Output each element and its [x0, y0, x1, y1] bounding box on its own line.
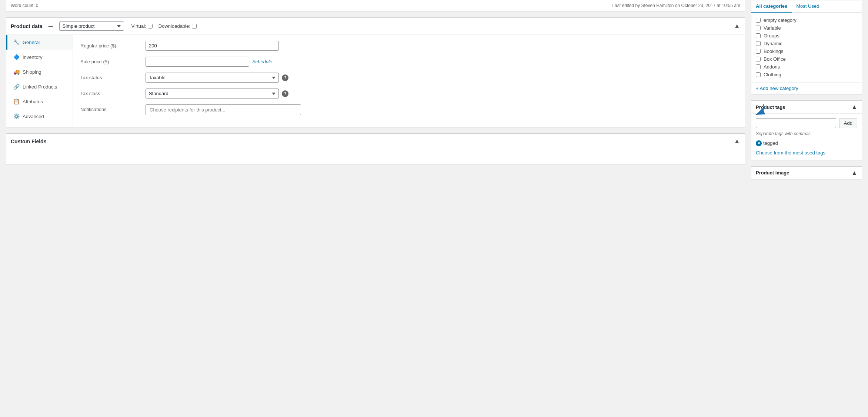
tab-general-label: General [23, 40, 40, 45]
product-data-box: Product data — Simple product Grouped pr… [6, 17, 745, 127]
virtual-downloadable-group: Virtual: Downloadable: [131, 23, 197, 29]
list-item: Clothing [756, 71, 857, 79]
tax-class-select[interactable]: Standard Reduced rate Zero rate [146, 89, 279, 99]
list-item: empty category [756, 16, 857, 24]
product-data-body: 🔧 General 🔷 Inventory 🚚 Shipping 🔗 Linke… [6, 35, 745, 127]
tags-text-input[interactable] [756, 118, 836, 128]
gear-icon: ⚙️ [13, 113, 20, 119]
last-edited-text: Last edited by Steven Hamilton on Octobe… [612, 3, 740, 8]
tab-attributes[interactable]: 📋 Attributes [6, 94, 73, 109]
product-type-select[interactable]: Simple product Grouped product External/… [59, 21, 124, 31]
cat-tab-all[interactable]: All categories [751, 0, 792, 13]
tab-advanced-label: Advanced [23, 114, 44, 119]
downloadable-text: Downloadable: [158, 23, 190, 29]
cat-checkbox-dynamic[interactable] [756, 41, 761, 46]
word-count-label: Word count: 0 [11, 3, 38, 8]
notifications-input[interactable] [146, 104, 301, 115]
sale-price-row: Sale price ($) Schedule [80, 57, 737, 67]
list-item: Bookings [756, 47, 857, 55]
tax-class-help-icon[interactable]: ? [282, 90, 288, 97]
tag-remove-tagged[interactable]: ✕ [756, 140, 762, 146]
product-tabs: 🔧 General 🔷 Inventory 🚚 Shipping 🔗 Linke… [6, 35, 73, 127]
tax-status-label: Tax status [80, 73, 140, 80]
tag-item-tagged: ✕ tagged [756, 140, 778, 146]
word-count-bar: Word count: 0 Last edited by Steven Hami… [6, 0, 745, 11]
cat-checkbox-variable[interactable] [756, 26, 761, 30]
blue-arrow-annotation [734, 101, 767, 119]
categories-tabs: All categories Most Used [751, 0, 862, 13]
list-item: Variable [756, 24, 857, 32]
list-item: Dynamic [756, 40, 857, 47]
tax-status-row: Tax status Taxable Shipping only None ? [80, 73, 737, 83]
tax-status-field: Taxable Shipping only None ? [146, 73, 737, 83]
link-icon: 🔗 [13, 84, 20, 90]
tab-advanced[interactable]: ⚙️ Advanced [6, 109, 73, 124]
tax-status-help-icon[interactable]: ? [282, 74, 288, 81]
tax-class-label: Tax class [80, 89, 140, 96]
sale-price-field: Schedule [146, 57, 737, 67]
regular-price-row: Regular price ($) [80, 41, 737, 51]
product-tags-header: Product tags ▲ [751, 101, 862, 114]
product-tags-box: Product tags ▲ Add Separate tags with co… [751, 100, 862, 160]
cat-checkbox-groups[interactable] [756, 33, 761, 38]
cat-checkbox-clothing[interactable] [756, 72, 761, 77]
notifications-label: Notifications [80, 104, 140, 112]
tab-inventory[interactable]: 🔷 Inventory [6, 50, 73, 64]
custom-fields-header: Custom Fields ▲ [6, 134, 745, 149]
sale-price-input[interactable] [146, 57, 249, 67]
custom-fields-body [6, 149, 745, 164]
tab-general[interactable]: 🔧 General [6, 35, 73, 50]
categories-box: All categories Most Used empty category … [751, 0, 862, 94]
product-data-header: Product data — Simple product Grouped pr… [6, 18, 745, 35]
cat-tab-most-used[interactable]: Most Used [792, 0, 824, 12]
downloadable-label[interactable]: Downloadable: [158, 23, 197, 29]
cat-checkbox-addons[interactable] [756, 64, 761, 69]
diamond-icon: 🔷 [13, 54, 20, 60]
custom-fields-toggle[interactable]: ▲ [734, 137, 740, 145]
tab-shipping[interactable]: 🚚 Shipping [6, 64, 73, 79]
product-tags-toggle[interactable]: ▲ [851, 104, 857, 110]
cat-checkbox-box-office[interactable] [756, 57, 761, 61]
general-tab-content: Regular price ($) Sale price ($) Schedul… [73, 35, 745, 127]
tab-linked-products[interactable]: 🔗 Linked Products [6, 79, 73, 94]
tab-shipping-label: Shipping [23, 69, 41, 75]
regular-price-input[interactable] [146, 41, 279, 51]
regular-price-field [146, 41, 737, 51]
postbox-toggle-button[interactable]: ▲ [734, 22, 740, 30]
notifications-field [146, 104, 737, 115]
product-image-box: Product image ▲ [751, 166, 862, 180]
tab-attributes-label: Attributes [23, 99, 43, 104]
tab-inventory-label: Inventory [23, 54, 42, 60]
side-column: All categories Most Used empty category … [751, 0, 862, 186]
add-tag-button[interactable]: Add [839, 118, 857, 128]
virtual-label[interactable]: Virtual: [131, 23, 153, 29]
product-image-title: Product image [756, 170, 789, 176]
product-tags-body: Add Separate tags with commas ✕ tagged C… [751, 114, 862, 160]
tax-status-select[interactable]: Taxable Shipping only None [146, 73, 279, 83]
tab-linked-products-label: Linked Products [23, 84, 57, 90]
notifications-row: Notifications [80, 104, 737, 115]
truck-icon: 🚚 [13, 69, 20, 75]
cat-label-box-office: Box Office [764, 56, 786, 62]
cat-label-empty-category: empty category [764, 17, 797, 23]
choose-most-used-tags-link[interactable]: Choose from the most used tags [756, 150, 857, 156]
list-item: Box Office [756, 55, 857, 63]
product-image-header: Product image ▲ [751, 167, 862, 180]
downloadable-checkbox[interactable] [192, 24, 197, 29]
categories-list: empty category Variable Groups Dynamic B… [751, 13, 862, 82]
virtual-checkbox[interactable] [148, 24, 153, 29]
list-icon: 📋 [13, 99, 20, 104]
schedule-link[interactable]: Schedule [252, 59, 272, 64]
cat-label-bookings: Bookings [764, 49, 783, 54]
sale-price-label: Sale price ($) [80, 57, 140, 64]
add-new-category-link[interactable]: + Add new category [751, 82, 862, 94]
tags-hint: Separate tags with commas [756, 131, 857, 136]
cat-label-dynamic: Dynamic [764, 41, 782, 46]
product-image-toggle[interactable]: ▲ [851, 170, 857, 176]
cat-checkbox-empty-category[interactable] [756, 18, 761, 23]
cat-checkbox-bookings[interactable] [756, 49, 761, 54]
tax-class-field: Standard Reduced rate Zero rate ? [146, 89, 737, 99]
cat-label-addons: Addons [764, 64, 780, 70]
list-item: Addons [756, 63, 857, 71]
custom-fields-title: Custom Fields [11, 139, 46, 144]
